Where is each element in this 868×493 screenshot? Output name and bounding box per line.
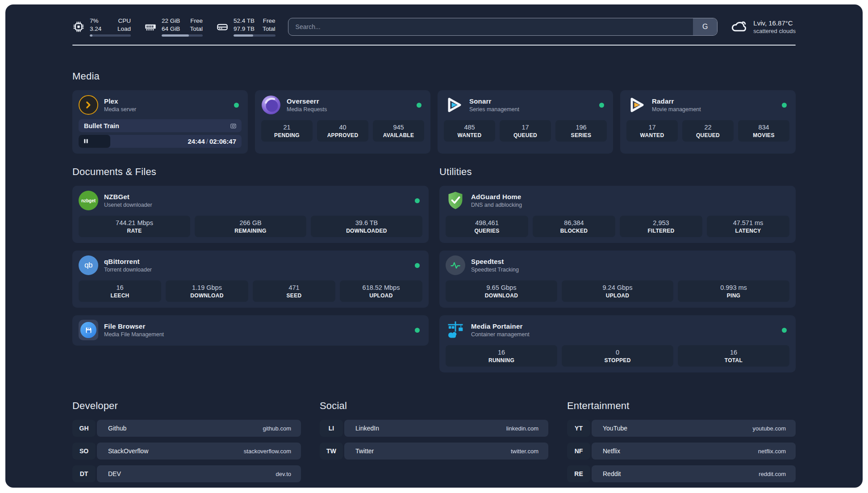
stat-box: 618.52 MbpsUPLOAD	[340, 280, 422, 302]
stat-text: 7%3.24CPULoad	[90, 17, 131, 33]
stat-value: 498,461	[447, 219, 526, 226]
status-dot	[415, 263, 420, 268]
search-input[interactable]	[288, 18, 693, 35]
stat-box: 834MOVIES	[738, 120, 789, 142]
adguard-icon	[446, 191, 465, 210]
stat-body: 7%3.24CPULoad	[90, 17, 131, 37]
app-subtitle: Media server	[104, 106, 136, 113]
stat-box: 1.19 GbpsDOWNLOAD	[166, 280, 248, 302]
card-header: nzbgetNZBGetUsenet downloader	[79, 191, 422, 210]
documents-cards: nzbgetNZBGetUsenet downloader744.21 Mbps…	[72, 186, 429, 346]
stat-label: QUERIES	[447, 228, 526, 234]
stat-label: RUNNING	[447, 357, 555, 363]
stat-value: 834	[740, 124, 788, 131]
bookmark-url: stackoverflow.com	[244, 448, 291, 455]
stat-value: 39.6 TB	[313, 219, 421, 226]
bookmark-url: reddit.com	[759, 471, 786, 477]
app-name: NZBGet	[104, 193, 152, 201]
stat-value: 21	[263, 124, 311, 131]
bookmark-list: YTYouTubeyoutube.comNFNetflixnetflix.com…	[567, 420, 796, 482]
bookmark-abbr: GH	[72, 420, 96, 437]
card-stats: 485WANTED17QUEUED196SERIES	[444, 120, 607, 142]
section-media: Media PlexMedia serverBullet Train24:44/…	[72, 71, 796, 154]
app-card-radarr[interactable]: RadarrMovie management17WANTED22QUEUED83…	[620, 90, 796, 154]
app-card-overseerr[interactable]: OverseerrMedia Requests21PENDING40APPROV…	[255, 90, 430, 154]
stat-text: 52.4 TB97.9 TBFreeTotal	[234, 17, 275, 33]
bookmark-abbr: YT	[567, 420, 590, 437]
stat-value: 618.52 Mbps	[342, 284, 421, 291]
app-card-nzbget[interactable]: nzbgetNZBGetUsenet downloader744.21 Mbps…	[72, 186, 429, 243]
stat-box: 945AVAILABLE	[373, 120, 424, 142]
stat-value: 196	[557, 124, 605, 131]
card-stats: 16LEECH1.19 GbpsDOWNLOAD471SEED618.52 Mb…	[79, 280, 422, 302]
card-meta: SonarrSeries management	[469, 97, 519, 113]
bookmark-abbr: TW	[320, 443, 343, 460]
bookmark-url: netflix.com	[758, 448, 786, 455]
stat-box: 17QUEUED	[500, 120, 551, 142]
stat-box: 17WANTED	[626, 120, 678, 142]
card-stats: 498,461QUERIES86,384BLOCKED2,953FILTERED…	[446, 216, 789, 237]
card-stats: 21PENDING40APPROVED945AVAILABLE	[261, 120, 424, 142]
stat-box: 744.21 MbpsRATE	[79, 216, 190, 237]
bookmark-abbr: DT	[72, 465, 96, 482]
bookmark-abbr: SO	[72, 443, 96, 460]
app-subtitle: Media Requests	[287, 106, 327, 113]
stat-progress-fill	[162, 34, 189, 37]
filebrowser-icon	[79, 320, 98, 340]
system-stat-ram: 22 GiB64 GiBFreeTotal	[144, 17, 203, 37]
stat-label: STOPPED	[563, 357, 672, 363]
card-meta: RadarrMovie management	[652, 97, 701, 113]
pause-icon[interactable]	[83, 138, 88, 146]
stat-label: REMAINING	[196, 228, 305, 234]
stat-label: SEED	[255, 292, 334, 299]
stat-value: 16	[680, 349, 788, 356]
card-header: SpeedtestSpeedtest Tracking	[446, 255, 789, 275]
bookmark-section-title: Developer	[72, 400, 301, 412]
bookmark-stackoverflow[interactable]: SOStackOverflowstackoverflow.com	[72, 443, 301, 460]
app-card-speedtest[interactable]: SpeedtestSpeedtest Tracking9.65 GbpsDOWN…	[439, 251, 796, 308]
bookmark-section-title: Social	[320, 400, 548, 412]
qbittorrent-icon: qb	[79, 255, 98, 275]
disk-icon	[216, 21, 229, 33]
bookmark-youtube[interactable]: YTYouTubeyoutube.com	[567, 420, 796, 437]
bookmark-dev[interactable]: DTDEVdev.to	[72, 465, 301, 482]
card-meta: Media PortainerContainer management	[471, 322, 530, 338]
card-header: Media PortainerContainer management	[446, 320, 789, 340]
card-stats: 17WANTED22QUEUED834MOVIES	[626, 120, 789, 142]
bookmark-bar: Netflixnetflix.com	[592, 443, 796, 460]
stat-value: 945	[375, 124, 422, 131]
bookmark-reddit[interactable]: RERedditreddit.com	[567, 465, 796, 482]
app-card-qbittorrent[interactable]: qbqBittorrentTorrent downloader16LEECH1.…	[72, 251, 429, 308]
search-engine-button[interactable]: G	[693, 18, 717, 35]
bookmark-name: DEV	[108, 470, 121, 477]
system-stat-disk: 52.4 TB97.9 TBFreeTotal	[216, 17, 275, 37]
bookmark-name: LinkedIn	[355, 425, 379, 432]
bookmark-github[interactable]: GHGithubgithub.com	[72, 420, 301, 437]
app-card-file-browser[interactable]: File BrowserMedia File Management	[72, 315, 429, 346]
app-card-media-portainer[interactable]: Media PortainerContainer management16RUN…	[439, 315, 796, 372]
app-subtitle: Usenet downloader	[104, 202, 152, 208]
radarr-icon	[626, 95, 646, 115]
stat-label: PING	[680, 292, 788, 299]
bookmark-netflix[interactable]: NFNetflixnetflix.com	[567, 443, 796, 460]
sonarr-icon	[444, 95, 463, 115]
card-stats: 9.65 GbpsDOWNLOAD9.24 GbpsUPLOAD0.993 ms…	[446, 280, 789, 302]
bookmark-linkedin[interactable]: LILinkedInlinkedin.com	[320, 420, 548, 437]
app-card-plex[interactable]: PlexMedia serverBullet Train24:44/02:06:…	[72, 90, 248, 154]
stat-value: 47.571 ms	[709, 219, 788, 226]
now-playing-progressbar[interactable]: 24:44/02:06:47	[79, 135, 242, 148]
stat-labels: FreeTotal	[190, 17, 203, 33]
bookmark-twitter[interactable]: TWTwittertwitter.com	[320, 443, 548, 460]
app-card-adguard-home[interactable]: AdGuard HomeDNS and adblocking498,461QUE…	[439, 186, 796, 243]
weather-widget: Lviv, 16.87°C scattered clouds	[730, 17, 796, 37]
stat-box: 16LEECH	[79, 280, 161, 302]
app-card-sonarr[interactable]: SonarrSeries management485WANTED17QUEUED…	[438, 90, 613, 154]
app-subtitle: Series management	[469, 106, 519, 113]
bookmark-section-entertainment: EntertainmentYTYouTubeyoutube.comNFNetfl…	[567, 400, 796, 482]
app-name: Speedtest	[471, 258, 519, 265]
bookmark-abbr: LI	[320, 420, 343, 437]
bookmark-url: github.com	[263, 425, 291, 432]
section-documents: Documents & Files nzbgetNZBGetUsenet dow…	[72, 166, 429, 372]
system-stats: 7%3.24CPULoad22 GiB64 GiBFreeTotal52.4 T…	[72, 17, 275, 37]
stat-label: DOWNLOAD	[167, 292, 246, 299]
